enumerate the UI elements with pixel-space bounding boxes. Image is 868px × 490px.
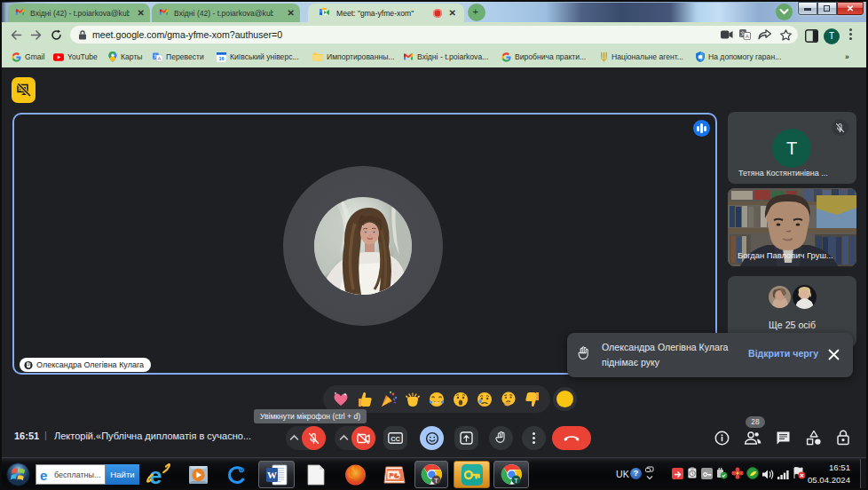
svg-text:16: 16 [218, 55, 224, 60]
svg-text:CC: CC [391, 435, 400, 443]
svg-text:T: T [514, 477, 518, 485]
svg-text:A: A [158, 55, 162, 60]
svg-text:T: T [434, 477, 438, 485]
svg-text:W: W [267, 470, 277, 480]
svg-text:e: e [40, 469, 47, 481]
svg-text:Богдан Павлович Груш...: Богдан Павлович Груш... [738, 250, 833, 260]
